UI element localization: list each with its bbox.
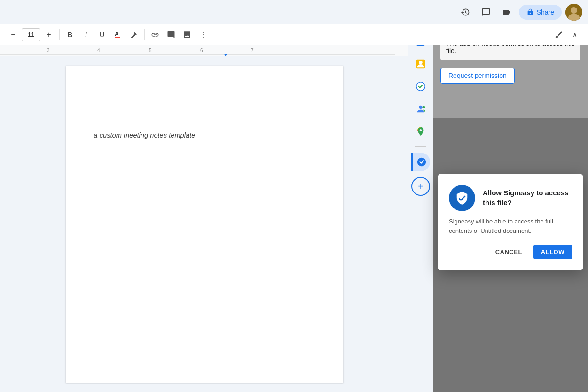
drawing-button[interactable] [551,27,566,42]
font-color-label: A [114,30,122,39]
bold-label: B [68,31,72,38]
svg-text:A: A [115,31,119,38]
dialog-title: Allow Signeasy to access this file? [483,185,572,208]
avatar[interactable] [565,4,582,21]
contact-icon [416,59,426,69]
toolbar-divider-2 [144,29,145,40]
chat-icon [481,8,491,17]
history-button[interactable] [457,4,474,21]
underline-button[interactable]: U [94,27,110,42]
dialog-body: Signeasy will be able to access the full… [449,217,572,235]
dialog-actions: CANCEL ALLOW [449,245,572,259]
history-icon [461,8,470,17]
decrease-font-button[interactable]: − [6,27,21,42]
svg-marker-11 [224,54,227,56]
top-toolbar: Share [0,0,588,24]
image-icon [183,31,191,39]
maps-icon [416,126,426,137]
svg-rect-4 [115,37,120,38]
svg-text:7: 7 [251,48,254,53]
avatar-image [565,4,582,21]
document-content[interactable]: a custom meeting notes template [94,131,315,139]
underline-label: U [100,31,104,38]
request-permission-button[interactable]: Request permission [440,68,515,84]
svg-point-21 [423,106,425,109]
increase-font-label: + [47,31,51,39]
toolbar-divider-1 [59,29,60,40]
people-icon [416,104,426,114]
drawing-icon [555,31,563,39]
signeasy-sidebar-button[interactable] [411,153,430,171]
add-icon: + [418,181,423,192]
tasks-sidebar-button[interactable] [411,77,430,96]
comment-button[interactable] [164,27,179,42]
contacts-sidebar-button[interactable] [411,54,430,73]
svg-point-20 [419,106,422,109]
svg-point-18 [419,61,422,64]
shield-icon [455,191,469,205]
document-area: a custom meeting notes template [0,56,408,392]
maps-sidebar-button[interactable] [411,122,430,141]
link-icon [151,31,159,39]
dialog-cancel-button[interactable]: CANCEL [488,245,530,259]
dialog-header: Allow Signeasy to access this file? [449,185,572,211]
decrease-font-label: − [11,31,15,39]
highlight-icon [130,31,138,39]
more-label: ⋮ [200,31,206,38]
svg-text:3: 3 [47,48,50,53]
more-button[interactable]: ⋮ [196,27,211,42]
highlight-button[interactable] [126,27,141,42]
increase-font-button[interactable]: + [41,27,56,42]
dialog-allow-label: ALLOW [541,248,564,255]
collapse-toolbar-button[interactable]: ∧ [567,27,582,42]
bold-button[interactable]: B [63,27,78,42]
format-toolbar: − 11 + B I U A [0,24,588,45]
font-size-input[interactable]: 11 [22,28,40,41]
request-permission-label: Request permission [448,72,507,79]
svg-text:4: 4 [97,48,100,53]
dialog-cancel-label: CANCEL [495,248,522,255]
svg-point-22 [417,158,425,166]
tasks-icon [416,81,426,92]
sidebar-divider [415,146,426,147]
lock-icon [526,8,534,16]
share-label: Share [537,8,554,16]
link-button[interactable] [148,27,163,42]
image-button[interactable] [180,27,195,42]
italic-label: I [85,31,87,38]
chat-button[interactable] [478,4,494,21]
font-color-button[interactable]: A [110,27,125,42]
dialog-allow-button[interactable]: ALLOW [533,245,572,259]
svg-text:5: 5 [149,48,152,53]
video-button[interactable] [498,4,515,21]
sidebar-icons: 31 [408,24,433,392]
comment-icon [167,31,175,39]
svg-text:6: 6 [200,48,203,53]
share-button[interactable]: Share [519,5,562,20]
svg-point-1 [571,7,577,14]
collapse-label: ∧ [572,31,577,38]
document-page: a custom meeting notes template [66,66,343,383]
people-sidebar-button[interactable] [411,100,430,118]
video-icon [502,8,511,17]
italic-button[interactable]: I [78,27,94,42]
permission-dialog: Allow Signeasy to access this file? Sign… [438,174,583,270]
signeasy-icon [416,157,427,167]
shield-icon-container [449,185,475,211]
add-addon-button[interactable]: + [411,177,430,196]
